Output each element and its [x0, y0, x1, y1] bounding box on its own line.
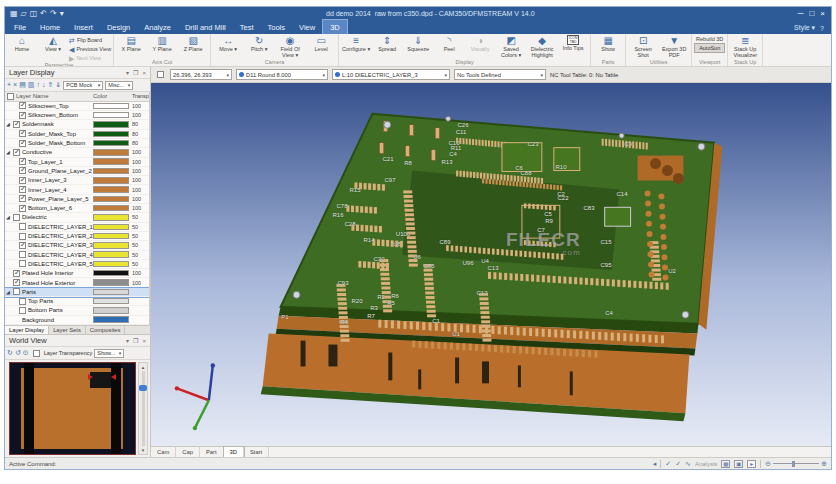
y-plane-button[interactable]: ▥Y Plane [147, 34, 177, 52]
layer-visibility-checkbox[interactable] [19, 223, 26, 230]
layer-visibility-checkbox[interactable] [19, 205, 26, 212]
menu-item-tools[interactable]: Tools [261, 20, 293, 34]
layer-row-dielectric_layer_5[interactable]: DIELECTRIC_LAYER_550 [5, 260, 149, 269]
world-view-show-combo[interactable]: Show...▾ [94, 349, 124, 358]
layer-row-top-parts[interactable]: Top Parts [5, 297, 149, 306]
layer-color-swatch[interactable] [93, 242, 129, 249]
quickbar-combo-1[interactable]: D11 Round 8.000▾ [236, 69, 328, 80]
check-icon[interactable]: ✓ [665, 460, 671, 468]
layer-row-solder_mask_bottom[interactable]: Solder_Mask_Bottom80 [5, 139, 149, 148]
layer-color-swatch[interactable] [93, 270, 129, 277]
layer-row-top_layer_1[interactable]: Top_Layer_1100 [5, 158, 149, 167]
layer-visibility-checkbox[interactable] [19, 186, 26, 193]
previous-view-button[interactable]: ◀Previous View [69, 45, 111, 53]
layer-color-swatch[interactable] [93, 224, 129, 231]
layer-color-swatch[interactable] [93, 121, 129, 128]
layer-visibility-checkbox[interactable] [19, 140, 26, 147]
layer-transparency-checkbox[interactable] [33, 350, 40, 357]
layer-color-swatch[interactable] [93, 196, 129, 203]
move-up-icon[interactable]: ↑ [36, 81, 40, 89]
saved-colors-button[interactable]: ◩Saved Colors ▾ [496, 34, 526, 58]
grid-checkbox[interactable] [157, 71, 164, 78]
layer-color-swatch[interactable] [93, 112, 129, 119]
dielectric-highlight-button[interactable]: ◆Dielectric Highlight [527, 34, 557, 58]
rebuild-3d-button[interactable]: Rebuild 3D [696, 36, 723, 42]
layer-color-swatch[interactable] [93, 149, 129, 156]
menu-item-file[interactable]: File [7, 20, 33, 34]
menu-item-design[interactable]: Design [100, 20, 137, 34]
zoom-control[interactable]: ⊖ ⊕ [765, 460, 827, 468]
visually-button[interactable]: ◑Visually [465, 34, 495, 52]
view-tab-3d[interactable]: 3D [224, 447, 244, 457]
layer-row-plated-hole-exterior[interactable]: Plated Hole Exterior100 [5, 278, 149, 287]
quickbar-combo-2[interactable]: L:10 DIELECTRIC_LAYER_3▾ [332, 69, 450, 80]
squeeze-button[interactable]: ⇓Squeeze [403, 34, 433, 52]
copy-icon[interactable]: ▤ [19, 81, 26, 89]
style-dropdown[interactable]: Style ▾ [794, 24, 815, 32]
layer-row-silkscreen_bottom[interactable]: Silkscreen_Bottom100 [5, 111, 149, 120]
delete-layer-icon[interactable]: × [13, 81, 17, 89]
layer-color-swatch[interactable] [93, 316, 129, 323]
layer-row-dielectric[interactable]: ◢Dielectric50 [5, 213, 149, 222]
layer-visibility-checkbox[interactable] [13, 288, 20, 295]
layer-visibility-checkbox[interactable] [19, 260, 26, 267]
layer-color-swatch[interactable] [93, 140, 129, 147]
refresh-icon[interactable]: ↻ [7, 349, 13, 357]
zoom-in-icon[interactable]: ⊕ [821, 460, 827, 468]
layer-visibility-checkbox[interactable] [13, 149, 20, 156]
quickbar-combo-3[interactable]: No Tools Defined▾ [454, 69, 546, 80]
configure-button[interactable]: ≡Configure ▾ [341, 34, 371, 52]
move-button[interactable]: ↔Move ▾ [213, 34, 243, 52]
layer-visibility-checkbox[interactable] [19, 242, 26, 249]
next-view-button[interactable]: ▶Next View [69, 54, 111, 62]
menu-item-drill-and-mill[interactable]: Drill and Mill [178, 20, 233, 34]
slider-thumb[interactable] [139, 385, 147, 391]
viewport-3d-canvas[interactable]: C26C11C10R11C4R13C23C9C21R8C6C88R10C97R1… [151, 83, 831, 446]
open-icon[interactable]: ▱ [21, 10, 27, 18]
layer-color-swatch[interactable] [93, 289, 129, 296]
menu-item-view[interactable]: View [292, 20, 322, 34]
x-plane-button[interactable]: ▤X Plane [116, 34, 146, 52]
layer-color-swatch[interactable] [93, 307, 129, 314]
view-tab-cap[interactable]: Cap [176, 447, 200, 457]
layer-color-swatch[interactable] [93, 251, 129, 258]
slider-up-button[interactable]: ▴ [139, 363, 148, 371]
expander-icon[interactable]: ◢ [5, 121, 11, 127]
layer-row-soldermask[interactable]: ◢Soldermask80 [5, 120, 149, 129]
layer-color-swatch[interactable] [93, 168, 129, 175]
layer-row-inner_layer_4[interactable]: Inner_Layer_4100 [5, 185, 149, 194]
caret-down-icon[interactable]: ▾ [60, 10, 64, 18]
menu-item-insert[interactable]: Insert [67, 20, 100, 34]
layer-visibility-checkbox[interactable] [19, 177, 26, 184]
minimize-icon[interactable]: ─ [798, 9, 804, 18]
autosun-toggle[interactable]: AutoSun [694, 43, 725, 53]
layer-row-bottom_layer_6[interactable]: Bottom_Layer_6100 [5, 204, 149, 213]
view-tab-part[interactable]: Part [200, 447, 224, 457]
zoom-out-icon[interactable]: ⊖ [765, 460, 771, 468]
layer-table-scrollbar[interactable]: ▲▼ [149, 92, 150, 325]
pitch-button[interactable]: ↻Pitch ▾ [244, 34, 274, 52]
world-view-zoom-slider[interactable]: ▴ ▾ [138, 362, 148, 455]
zoom-slider[interactable] [773, 463, 819, 464]
layer-set-combo[interactable]: PCB Mock▾ [63, 81, 103, 90]
level-button[interactable]: ▭Level [306, 34, 336, 52]
layer-color-swatch[interactable] [93, 131, 129, 138]
panel-pin-icon[interactable]: ❐ [133, 69, 138, 76]
layer-color-swatch[interactable] [93, 279, 129, 286]
layer-row-dielectric_layer_4[interactable]: DIELECTRIC_LAYER_450 [5, 251, 149, 260]
maximize-icon[interactable]: □ [809, 9, 814, 18]
layer-row-silkscreen_top[interactable]: Silkscreen_Top100 [5, 102, 149, 111]
layer-visibility-checkbox[interactable] [19, 233, 26, 240]
layer-row-dielectric_layer_1[interactable]: DIELECTRIC_LAYER_150 [5, 223, 149, 232]
help-icon[interactable]: ? [820, 25, 824, 32]
grid-icon[interactable]: ▦ [721, 460, 730, 468]
layer-row-dielectric_layer_3[interactable]: DIELECTRIC_LAYER_350 [5, 241, 149, 250]
view-tab-cam[interactable]: Cam [151, 447, 176, 457]
layer-color-swatch[interactable] [93, 103, 129, 110]
layer-color-swatch[interactable] [93, 261, 129, 268]
world-view-preview[interactable] [9, 362, 136, 455]
redo-icon[interactable]: ↷ [50, 10, 57, 18]
undo-icon[interactable]: ↶ [40, 10, 47, 18]
panel-pin-icon[interactable]: ❐ [133, 337, 138, 344]
layer-row-solder_mask_top[interactable]: Solder_Mask_Top80 [5, 130, 149, 139]
